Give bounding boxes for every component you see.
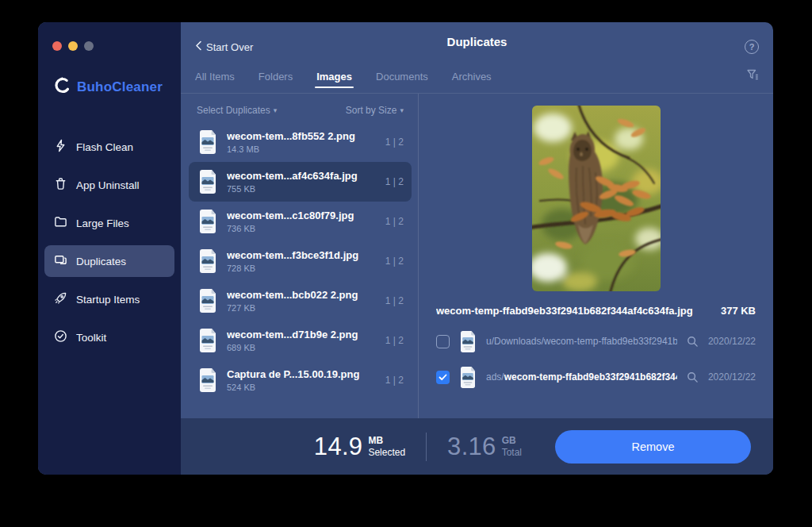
sidebar-item-duplicates[interactable]: Duplicates <box>44 245 174 277</box>
preview-panel: wecom-temp-ffabd9eb33f2941b682f344af4c63… <box>419 94 773 418</box>
table-row[interactable]: wecom-tem...d71b9e 2.png689 KB 1 | 2 <box>189 321 412 360</box>
tab-images[interactable]: Images <box>316 71 352 93</box>
list-header: Select Duplicates ▾ Sort by Size ▾ <box>189 100 412 122</box>
rocket-icon <box>54 291 67 307</box>
preview-image <box>532 106 661 291</box>
sort-by-size-dropdown[interactable]: Sort by Size ▾ <box>346 105 404 116</box>
app-brand: BuhoCleaner <box>38 51 181 98</box>
footer-divider <box>426 433 427 461</box>
image-file-icon <box>198 210 217 233</box>
tab-bar: All Items Folders Images Documents Archi… <box>181 60 773 94</box>
table-row[interactable]: Captura de P...15.00.19.png524 KB 1 | 2 <box>189 360 412 400</box>
sidebar-item-label: Large Files <box>76 217 129 229</box>
table-row[interactable]: wecom-tem...f3bce3f1d.jpg728 KB 1 | 2 <box>189 241 412 281</box>
image-file-icon <box>198 289 217 313</box>
chevron-left-icon <box>195 40 202 53</box>
sidebar-item-startup-items[interactable]: Startup Items <box>44 283 174 315</box>
select-duplicates-dropdown[interactable]: Select Duplicates ▾ <box>197 105 277 116</box>
file-name: wecom-tem...c1c80f79.jpg <box>227 210 376 221</box>
image-file-icon <box>459 367 477 388</box>
table-row-selected[interactable]: wecom-tem...af4c634fa.jpg755 KB 1 | 2 <box>189 162 412 202</box>
duplicate-count: 1 | 2 <box>385 375 405 386</box>
preview-file-line: wecom-temp-ffabd9eb33f2941b682f344af4c63… <box>436 305 756 317</box>
main-area: Start Over Duplicates ? All Items Folder… <box>181 22 773 475</box>
image-file-icon <box>198 329 217 352</box>
image-file-icon <box>198 249 217 273</box>
sidebar-nav: Flash Clean App Uninstall Large Files Du… <box>38 131 181 353</box>
sidebar-item-label: Duplicates <box>76 256 126 267</box>
tab-archives[interactable]: Archives <box>452 71 492 93</box>
file-name: wecom-tem...8fb552 2.png <box>227 130 376 142</box>
magnifier-icon[interactable] <box>687 371 699 383</box>
duplicate-checkbox-unchecked[interactable] <box>436 335 450 348</box>
active-tab-underline <box>315 87 354 89</box>
app-window: BuhoCleaner Flash Clean App Uninstall La… <box>38 22 773 475</box>
selected-size-stat: 14.9 MB Selected <box>314 433 405 461</box>
total-size-stat: 3.16 GB Total <box>447 433 522 461</box>
duplicate-path: ads/wecom-temp-ffabd9eb33f2941b682f344a <box>486 371 677 383</box>
page-title: Duplicates <box>181 35 773 48</box>
buhocleaner-logo-icon <box>54 76 71 98</box>
zoom-window-button[interactable] <box>84 41 94 51</box>
help-button[interactable]: ? <box>745 40 759 54</box>
minimize-window-button[interactable] <box>68 41 78 51</box>
duplicate-date: 2020/12/22 <box>708 371 756 383</box>
remove-button[interactable]: Remove <box>555 430 751 464</box>
selected-size-caption: Selected <box>368 447 405 458</box>
caret-down-icon: ▾ <box>274 107 278 114</box>
window-controls <box>38 22 181 51</box>
duplicate-icon <box>54 253 67 269</box>
sidebar-item-label: Toolkit <box>76 332 106 344</box>
tab-documents[interactable]: Documents <box>376 71 428 93</box>
sidebar-item-label: Startup Items <box>76 294 140 306</box>
bolt-icon <box>54 139 67 155</box>
file-name: Captura de P...15.00.19.png <box>227 368 376 380</box>
app-name: BuhoCleaner <box>77 79 163 95</box>
total-size-unit: GB <box>502 435 522 446</box>
duplicate-file-list: Select Duplicates ▾ Sort by Size ▾ wecom… <box>181 94 419 418</box>
file-name: wecom-tem...f3bce3f1d.jpg <box>227 249 376 261</box>
image-file-icon <box>459 331 477 352</box>
file-size: 727 KB <box>227 303 376 313</box>
table-row[interactable]: wecom-tem...8fb552 2.png14.3 MB 1 | 2 <box>189 122 412 162</box>
magnifier-icon[interactable] <box>687 336 699 348</box>
duplicate-count: 1 | 2 <box>385 216 405 227</box>
start-over-button[interactable]: Start Over <box>195 40 253 53</box>
file-name: wecom-tem...af4c634fa.jpg <box>227 170 376 182</box>
sidebar-item-flash-clean[interactable]: Flash Clean <box>44 131 174 163</box>
duplicate-count: 1 | 2 <box>385 176 405 187</box>
trash-icon <box>54 177 67 193</box>
start-over-label: Start Over <box>206 41 253 53</box>
sidebar: BuhoCleaner Flash Clean App Uninstall La… <box>38 22 181 475</box>
file-size: 524 KB <box>227 383 376 392</box>
footer-bar: 14.9 MB Selected 3.16 GB Total Remove <box>181 418 773 475</box>
total-size-value: 3.16 <box>447 433 496 461</box>
duplicate-count: 1 | 2 <box>385 335 405 346</box>
folder-icon <box>54 215 67 231</box>
close-window-button[interactable] <box>52 41 62 51</box>
list-item: u/Downloads/wecom-temp-ffabd9eb33f2941b6… <box>436 330 756 352</box>
check-icon <box>439 374 447 381</box>
sidebar-item-large-files[interactable]: Large Files <box>44 207 174 239</box>
filter-button[interactable] <box>746 68 759 93</box>
sidebar-item-label: App Uninstall <box>76 179 140 191</box>
caret-down-icon: ▾ <box>400 107 404 114</box>
image-file-icon <box>198 368 217 392</box>
table-row[interactable]: wecom-tem...c1c80f79.jpg736 KB 1 | 2 <box>189 202 412 241</box>
file-name: wecom-tem...bcb022 2.png <box>227 289 376 301</box>
list-item: ads/wecom-temp-ffabd9eb33f2941b682f344a … <box>436 366 756 388</box>
tab-folders[interactable]: Folders <box>259 71 293 93</box>
image-file-icon <box>198 130 217 154</box>
file-size: 755 KB <box>227 184 376 194</box>
duplicate-checkbox-checked[interactable] <box>436 371 450 384</box>
duplicate-date: 2020/12/22 <box>708 336 756 347</box>
sidebar-item-app-uninstall[interactable]: App Uninstall <box>44 169 174 201</box>
tab-all-items[interactable]: All Items <box>195 71 235 93</box>
sidebar-item-toolkit[interactable]: Toolkit <box>44 321 174 353</box>
duplicate-count: 1 | 2 <box>385 137 405 148</box>
selected-size-value: 14.9 <box>314 433 363 461</box>
question-mark-icon: ? <box>749 42 755 52</box>
table-row[interactable]: wecom-tem...bcb022 2.png727 KB 1 | 2 <box>189 281 412 321</box>
sidebar-item-label: Flash Clean <box>76 141 133 153</box>
file-size: 728 KB <box>227 264 376 273</box>
